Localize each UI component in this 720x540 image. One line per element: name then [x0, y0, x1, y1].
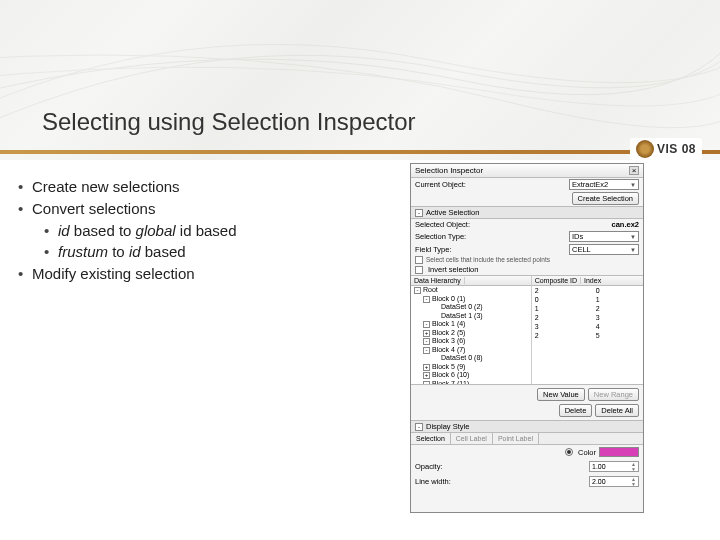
spinner-icon: ▲▼: [631, 477, 636, 487]
tree-item[interactable]: DataSet 1 (3): [411, 312, 531, 321]
close-icon[interactable]: ×: [629, 166, 639, 175]
data-row[interactable]: 34: [532, 322, 643, 331]
linewidth-field[interactable]: 2.00▲▼: [589, 476, 639, 487]
bullet-item: Modify existing selection: [14, 263, 237, 285]
bullet-item: Convert selections: [14, 198, 237, 220]
tree-item-label: Block 3 (6): [432, 337, 465, 346]
active-selection-header[interactable]: - Active Selection: [411, 206, 643, 219]
tree-item-label: Block 2 (5): [432, 329, 465, 338]
data-row[interactable]: 20: [532, 286, 643, 295]
display-style-header[interactable]: - Display Style: [411, 420, 643, 433]
current-object-value: ExtractEx2: [572, 180, 608, 189]
collapse-icon: -: [415, 423, 423, 431]
text: id based: [176, 222, 237, 239]
tree-toggle-icon: -: [423, 338, 430, 345]
cell-composite: 0: [535, 295, 596, 304]
selected-object-label: Selected Object:: [415, 220, 470, 229]
checkbox-description: Select cells that include the selected p…: [411, 256, 643, 264]
tree-toggle-icon: +: [423, 372, 430, 379]
tree-item[interactable]: -Block 7 (11): [411, 380, 531, 385]
tab-point-label[interactable]: Point Label: [493, 433, 539, 444]
tab-cell-label[interactable]: Cell Label: [451, 433, 493, 444]
col-composite: Composite ID: [535, 277, 581, 284]
data-row[interactable]: 25: [532, 331, 643, 340]
color-swatch[interactable]: [599, 447, 639, 457]
tree-item[interactable]: -Root: [411, 286, 531, 295]
collapse-icon: -: [415, 209, 423, 217]
field-type-value: CELL: [572, 245, 591, 254]
tree-toggle-icon: -: [423, 381, 430, 385]
new-range-button[interactable]: New Range: [588, 388, 639, 401]
panel-titlebar: Selection Inspector ×: [411, 164, 643, 178]
bullet-subitem: id based to global id based: [14, 220, 237, 242]
color-radio[interactable]: [565, 448, 573, 456]
cell-composite: 2: [535, 286, 596, 295]
invert-checkbox[interactable]: [415, 266, 423, 274]
delete-all-button[interactable]: Delete All: [595, 404, 639, 417]
tree-item-label: Block 1 (4): [432, 320, 465, 329]
bullet-subitem: frustum to id based: [14, 241, 237, 263]
tree-item[interactable]: +Block 6 (10): [411, 371, 531, 380]
data-row[interactable]: 12: [532, 304, 643, 313]
bullet-item: Create new selections: [14, 176, 237, 198]
tree-item-label: Block 5 (9): [432, 363, 465, 372]
cell-composite: 2: [535, 331, 596, 340]
hierarchy-table: Data Hierarchy -Root-Block 0 (1)DataSet …: [411, 275, 643, 385]
tree-header: Data Hierarchy: [411, 276, 531, 286]
tree-item-label: Block 4 (7): [432, 346, 465, 355]
tree-item[interactable]: -Block 3 (6): [411, 337, 531, 346]
tree-item[interactable]: +Block 2 (5): [411, 329, 531, 338]
panel-title-text: Selection Inspector: [415, 166, 483, 175]
cell-index: 0: [596, 286, 600, 295]
tree-item-label: Block 6 (10): [432, 371, 469, 380]
tree-item[interactable]: -Block 0 (1): [411, 295, 531, 304]
data-row[interactable]: 23: [532, 313, 643, 322]
italic-text: global: [136, 222, 176, 239]
create-selection-button[interactable]: Create Selection: [572, 192, 639, 205]
selection-type-value: IDs: [572, 232, 583, 241]
new-value-button[interactable]: New Value: [537, 388, 585, 401]
italic-text: id: [129, 243, 141, 260]
cell-index: 4: [596, 322, 600, 331]
tree-item[interactable]: DataSet 0 (8): [411, 354, 531, 363]
tree-toggle-icon: -: [414, 287, 421, 294]
data-row[interactable]: 01: [532, 295, 643, 304]
linewidth-value: 2.00: [592, 478, 606, 485]
tree-toggle-icon: -: [423, 347, 430, 354]
tree-item-label: Block 0 (1): [432, 295, 465, 304]
tree-item[interactable]: -Block 4 (7): [411, 346, 531, 355]
current-object-label: Current Object:: [415, 180, 466, 189]
current-object-select[interactable]: ExtractEx2▼: [569, 179, 639, 190]
field-type-label: Field Type:: [415, 245, 452, 254]
tree-item-label: Root: [423, 286, 438, 295]
selection-type-label: Selection Type:: [415, 232, 466, 241]
tab-selection[interactable]: Selection: [411, 433, 451, 444]
section-label: Active Selection: [426, 208, 479, 217]
linewidth-label: Line width:: [415, 477, 451, 486]
delete-button[interactable]: Delete: [559, 404, 593, 417]
invert-selection-label: Invert selection: [428, 265, 478, 274]
selection-inspector-panel: Selection Inspector × Current Object: Ex…: [410, 163, 644, 513]
vis08-logo: VIS 08: [630, 138, 702, 160]
title-underline: [0, 150, 720, 154]
tree-item[interactable]: -Block 1 (4): [411, 320, 531, 329]
cell-composite: 1: [535, 304, 596, 313]
tree-item-label: Block 7 (11): [432, 380, 469, 385]
tree-item-label: DataSet 1 (3): [441, 312, 483, 321]
tree-item-label: DataSet 0 (8): [441, 354, 483, 363]
selection-type-select[interactable]: IDs▼: [569, 231, 639, 242]
tree-item[interactable]: +Block 5 (9): [411, 363, 531, 372]
col-index: Index: [581, 277, 604, 284]
opacity-field[interactable]: 1.00▲▼: [589, 461, 639, 472]
italic-text: id: [58, 222, 70, 239]
tree-toggle-icon: +: [423, 364, 430, 371]
field-type-select[interactable]: CELL▼: [569, 244, 639, 255]
tree-toggle-icon: -: [423, 296, 430, 303]
tree-toggle-icon: -: [423, 321, 430, 328]
chevron-down-icon: ▼: [630, 182, 636, 188]
checkbox-icon[interactable]: [415, 256, 423, 264]
cell-index: 2: [596, 304, 600, 313]
tree-item[interactable]: DataSet 0 (2): [411, 303, 531, 312]
tree-item-label: DataSet 0 (2): [441, 303, 483, 312]
italic-text: frustum: [58, 243, 108, 260]
